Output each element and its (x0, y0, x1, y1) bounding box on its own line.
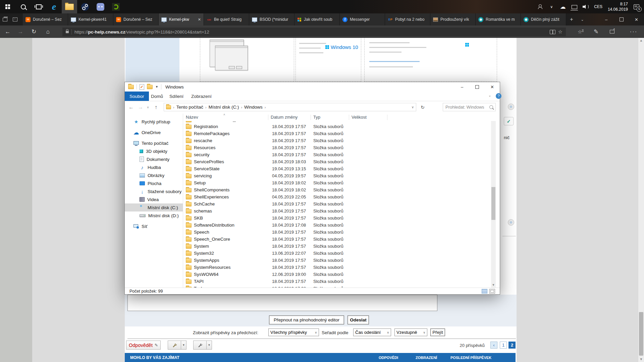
forward-button[interactable]: → (15, 25, 26, 38)
minimize-button[interactable]: – (599, 13, 614, 25)
maximize-button[interactable] (614, 13, 629, 25)
explorer-scrollbar[interactable]: ▲ ▼ (491, 114, 496, 288)
file-row[interactable]: Resources18.04.2019 17:57Složka souborů (183, 144, 485, 152)
file-row[interactable]: Speech_OneCore18.04.2019 17:57Složka sou… (183, 236, 485, 243)
onedrive-tray-button[interactable]: ☁ (560, 4, 566, 10)
expand-ribbon-chevron-icon[interactable]: ⌄ (488, 94, 491, 97)
back-button[interactable]: ← (2, 25, 13, 38)
file-row[interactable]: servicing04.05.2019 19:57Složka souborů (183, 173, 485, 180)
taskbar-discord-button[interactable] (93, 0, 108, 13)
file-row[interactable]: rescache18.04.2019 17:57Složka souborů (183, 137, 485, 144)
browser-tab[interactable]: Romantika ve m (476, 13, 521, 25)
taskbar-nvidia-button[interactable] (108, 0, 123, 13)
tab-list-chevron-button[interactable]: ⌄ (577, 13, 588, 25)
browser-tab[interactable]: Kernel-pkwer41 (68, 13, 113, 25)
post-screenshot-thumbnail[interactable]: Windows 10 (296, 36, 361, 82)
file-row[interactable]: SystemResources18.04.2019 17:57Složka so… (183, 264, 485, 271)
submit-button[interactable]: Odeslat (347, 315, 369, 324)
sidebar-item-tento-po-ta-[interactable]: Tento počítač (125, 139, 183, 147)
people-button[interactable] (537, 4, 543, 10)
taskbar-explorer-button[interactable] (62, 0, 77, 13)
tab-sdileni[interactable]: Sdílení (165, 92, 188, 101)
tab-close-icon[interactable]: ✕ (198, 17, 201, 22)
nav-forward-button[interactable]: → (136, 101, 145, 113)
sidebar-item-sta-en-soubory[interactable]: Stažené soubory (125, 187, 183, 195)
switch-editor-button[interactable]: Přepnout na plnohodnotný editor (269, 315, 344, 324)
file-row[interactable]: RemotePackages18.04.2019 17:57Složka sou… (183, 130, 485, 137)
scrollbar-thumb[interactable] (491, 187, 495, 220)
column-date[interactable]: Datum změny (271, 115, 298, 120)
sidebar-item-m-stn-disk-d-[interactable]: Místní disk (D:) (125, 212, 183, 220)
browser-tab[interactable]: Děčín plný zážit (521, 13, 566, 25)
explorer-title-bar[interactable]: ▼ Windows – ✕ (125, 82, 500, 92)
post-screenshot-thumbnail[interactable] (364, 36, 497, 82)
scroll-up-icon[interactable]: ▲ (638, 38, 644, 43)
pagination-page-1[interactable]: 1 (500, 342, 507, 349)
network-tray-button[interactable] (571, 4, 577, 10)
sidebar-item-3d-objekty[interactable]: 3D objekty (125, 147, 183, 155)
recent-locations-chevron-icon[interactable]: ∨ (145, 101, 151, 113)
reply-textarea[interactable] (127, 295, 437, 311)
file-row[interactable]: ServiceProfiles18.04.2019 18:03Složka so… (183, 159, 485, 166)
browser-tab[interactable]: Kernel-pkw✕ (159, 13, 204, 25)
topic-tools-button[interactable]: ▼ (168, 341, 186, 350)
pagination-prev-button[interactable]: ‹ (490, 342, 497, 349)
details-view-icon[interactable] (482, 289, 487, 294)
file-row[interactable]: security18.04.2019 17:57Složka souborů (183, 152, 485, 159)
scrollbar-thumb[interactable] (639, 312, 643, 356)
sidebar-item-videa[interactable]: Videa (125, 195, 183, 203)
sidebar-item-onedrive[interactable]: OneDrive (125, 128, 183, 136)
reading-view-icon[interactable] (550, 30, 555, 34)
action-center-button[interactable]: 5 (633, 4, 639, 10)
share-button[interactable] (606, 25, 618, 38)
taskbar-edge-button[interactable]: e (46, 0, 62, 13)
properties-icon[interactable] (140, 84, 144, 90)
address-dropdown-chevron-icon[interactable]: ∨ (412, 105, 414, 109)
help-icon[interactable]: ? (496, 93, 501, 99)
sidebar-item-dokumenty[interactable]: Dokumenty (125, 155, 183, 163)
browser-tab[interactable]: Be quiet! Straig (204, 13, 249, 25)
task-view-button[interactable] (31, 0, 46, 13)
tray-overflow-chevron-icon[interactable]: ∨ (548, 4, 554, 10)
refresh-button[interactable]: ↻ (28, 25, 40, 38)
keyboard-language-button[interactable]: CES (594, 4, 602, 9)
sidebar-item-plocha[interactable]: Plocha (125, 179, 183, 187)
browser-tab[interactable]: Doručené – Sez (23, 13, 68, 25)
favorites-hub-button[interactable]: ☆ (574, 25, 586, 38)
file-row[interactable]: Registration18.04.2019 17:57Složka soubo… (183, 123, 485, 130)
file-row[interactable]: SchCache18.04.2019 17:57Složka souborů (183, 201, 485, 208)
breadcrumb-this-pc[interactable]: Tento počítač (176, 105, 203, 110)
sidebar-item-obr-zky[interactable]: Obrázky (125, 171, 183, 179)
sidebar-item-rychl-p-stup[interactable]: Rychlý přístup (125, 118, 183, 126)
post-screenshot-thumbnail[interactable] (200, 36, 294, 82)
browser-tab[interactable]: Messenger (340, 13, 385, 25)
close-button[interactable]: ✕ (629, 13, 644, 25)
close-button[interactable]: ✕ (485, 82, 500, 92)
start-button[interactable] (0, 0, 15, 13)
display-select[interactable]: Všechny příspěvky∨ (268, 328, 319, 336)
post-check-icon[interactable]: ✓ (504, 117, 514, 125)
annotate-button[interactable]: ✎ (590, 25, 602, 38)
new-folder-icon[interactable] (147, 85, 153, 89)
new-tab-button[interactable]: + (566, 13, 577, 25)
home-button[interactable]: ⌂ (42, 25, 54, 38)
add-favorite-star-icon[interactable]: ☆ (558, 29, 562, 35)
file-row[interactable]: Speech18.04.2019 17:57Složka souborů (183, 229, 485, 236)
taskbar-search-button[interactable] (15, 0, 31, 13)
column-name[interactable]: Název (186, 115, 198, 120)
file-row[interactable]: ShellExperiences04.05.2019 22:05Složka s… (183, 194, 485, 201)
file-row[interactable]: SystemApps18.04.2019 17:57Složka souborů (183, 257, 485, 264)
file-row[interactable]: System3213.06.2019 22:07Složka souborů (183, 250, 485, 257)
file-row[interactable]: Setup18.04.2019 18:02Složka souborů (183, 180, 485, 187)
file-row[interactable]: ShellComponents18.04.2019 18:02Složka so… (183, 187, 485, 194)
file-row-partial[interactable]: Tasks18.04.2019 17:08Složka souborů (183, 285, 485, 288)
post-tools-button[interactable]: ▼ (193, 341, 212, 350)
minimize-button[interactable]: – (454, 82, 470, 92)
scroll-down-icon[interactable]: ▼ (491, 283, 496, 288)
go-button[interactable]: Přejít (430, 328, 445, 336)
reply-button[interactable]: Odpovědět✎ (126, 341, 161, 350)
browser-tab[interactable]: Pobyt na 2 nebo (385, 13, 430, 25)
nav-up-button[interactable]: ↑ (152, 101, 160, 113)
order-select[interactable]: Vzestupně∨ (394, 328, 427, 336)
breadcrumb-disk-c[interactable]: Místní disk (C:) (209, 105, 239, 110)
